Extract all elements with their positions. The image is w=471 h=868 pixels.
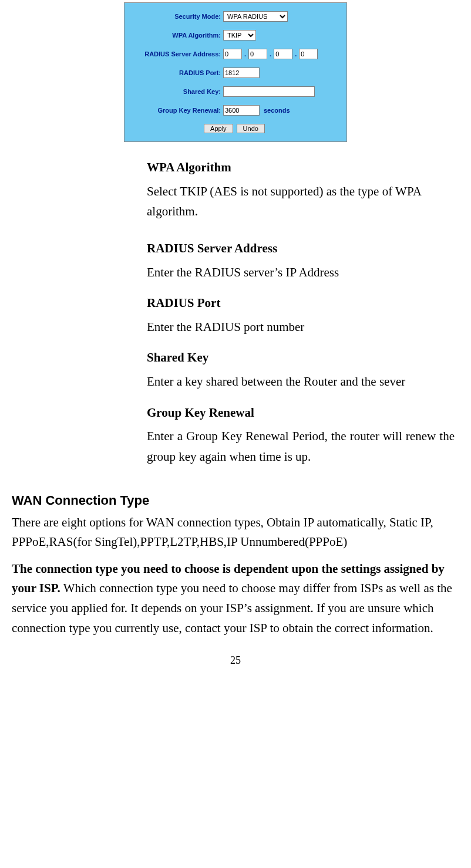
desc-radius-port: Enter the RADIUS port number: [147, 317, 455, 337]
input-group-key-renewal[interactable]: [223, 105, 260, 116]
desc-radius-address: Enter the RADIUS server’s IP Address: [147, 262, 455, 283]
term-group-key-renewal: Group Key Renewal: [147, 403, 455, 423]
row-group-key-renewal: Group Key Renewal: seconds: [128, 105, 341, 116]
label-wpa-algorithm: WPA Algorithm:: [128, 32, 223, 39]
input-radius-ip-3[interactable]: [274, 49, 292, 59]
input-radius-port[interactable]: [223, 67, 260, 78]
label-shared-key: Shared Key:: [128, 88, 223, 95]
label-radius-port: RADIUS Port:: [128, 69, 223, 76]
ip-dot: .: [270, 50, 271, 58]
term-radius-address: RADIUS Server Address: [147, 238, 455, 259]
para-wan-options: There are eight options for WAN connecti…: [12, 513, 459, 552]
select-security-mode[interactable]: WPA RADIUS: [223, 11, 288, 22]
router-config-figure: Security Mode: WPA RADIUS WPA Algorithm:…: [12, 2, 459, 142]
undo-button[interactable]: Undo: [237, 124, 265, 133]
ip-dot: .: [295, 50, 297, 58]
panel-buttons: Apply Undo: [128, 124, 341, 133]
term-shared-key: Shared Key: [147, 347, 455, 368]
row-shared-key: Shared Key:: [128, 86, 341, 97]
input-shared-key[interactable]: [223, 86, 315, 97]
row-radius-port: RADIUS Port:: [128, 67, 341, 78]
label-radius-address: RADIUS Server Address:: [128, 50, 223, 58]
input-radius-ip-4[interactable]: [299, 49, 318, 59]
term-radius-port: RADIUS Port: [147, 293, 455, 313]
definitions-block: WPA Algorithm Select TKIP (AES is not su…: [147, 157, 455, 467]
select-wpa-algorithm[interactable]: TKIP: [223, 30, 256, 40]
section-heading-wan: WAN Connection Type: [12, 493, 459, 508]
row-radius-address: RADIUS Server Address: . . .: [128, 49, 341, 59]
term-wpa-algorithm: WPA Algorithm: [147, 157, 455, 178]
desc-wpa-algorithm: Select TKIP (AES is not supported) as th…: [147, 181, 455, 222]
row-wpa-algorithm: WPA Algorithm: TKIP: [128, 30, 341, 40]
para-isp-note-rest: Which connection type you need to choose…: [12, 581, 452, 634]
para-isp-note: The connection type you need to choose i…: [12, 559, 459, 638]
input-radius-ip-2[interactable]: [248, 49, 267, 59]
page-number: 25: [12, 654, 459, 667]
unit-seconds: seconds: [264, 107, 290, 114]
row-security-mode: Security Mode: WPA RADIUS: [128, 11, 341, 22]
ip-dot: .: [244, 50, 246, 58]
apply-button[interactable]: Apply: [204, 124, 233, 133]
label-group-key-renewal: Group Key Renewal:: [128, 107, 223, 114]
input-radius-ip-1[interactable]: [223, 49, 242, 59]
router-panel: Security Mode: WPA RADIUS WPA Algorithm:…: [124, 2, 347, 142]
desc-group-key-renewal: Enter a Group Key Renewal Period, the ro…: [147, 426, 455, 467]
label-security-mode: Security Mode:: [128, 13, 223, 20]
desc-shared-key: Enter a key shared between the Router an…: [147, 371, 455, 392]
